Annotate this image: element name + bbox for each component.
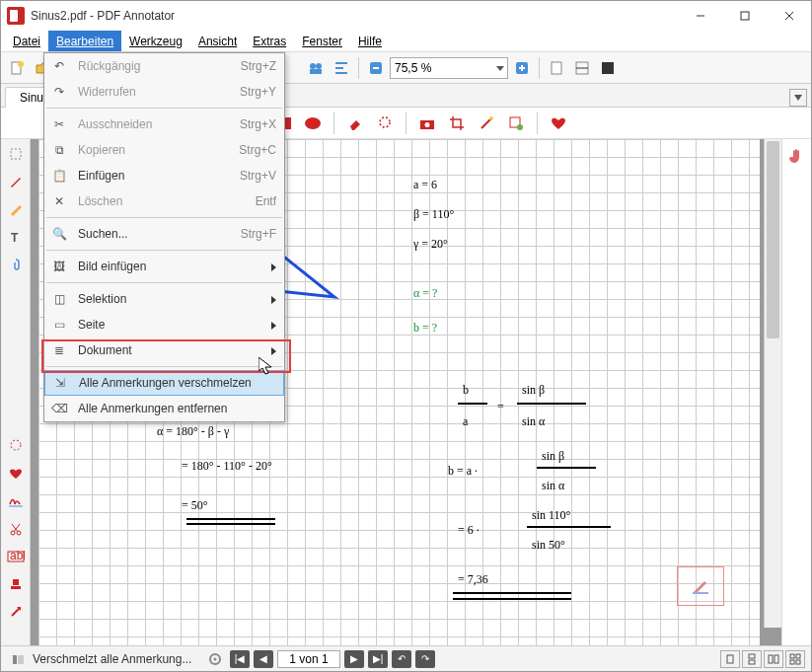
svg-text:a: a: [463, 414, 469, 428]
tab-dropdown-icon[interactable]: [789, 89, 807, 107]
svg-rect-30: [11, 149, 21, 159]
svg-point-5: [18, 61, 24, 67]
svg-rect-77: [749, 654, 755, 658]
menu-werkzeug[interactable]: Werkzeug: [121, 31, 190, 51]
attach-tool-icon[interactable]: [5, 254, 27, 275]
zoom-in-button[interactable]: [510, 56, 534, 80]
svg-rect-80: [775, 655, 778, 663]
svg-rect-84: [796, 660, 800, 664]
menu-bearbeiten[interactable]: Bearbeiten: [48, 31, 121, 51]
zoom-out-button[interactable]: [364, 56, 388, 80]
fullscreen-icon[interactable]: [596, 56, 620, 80]
new-button[interactable]: [5, 56, 29, 80]
svg-text:=: =: [497, 400, 504, 413]
svg-text:abl: abl: [10, 551, 25, 562]
pen-tool-icon[interactable]: [5, 171, 27, 192]
sb-gear-icon[interactable]: [204, 648, 226, 670]
menu-page[interactable]: ▭Seite: [44, 312, 284, 337]
svg-rect-79: [769, 655, 773, 663]
vertical-scrollbar[interactable]: [764, 139, 781, 628]
svg-line-26: [481, 118, 491, 128]
align-icon[interactable]: [330, 56, 353, 80]
view-cont-icon[interactable]: [742, 650, 762, 668]
sb-left-icon[interactable]: [7, 648, 29, 670]
menu-remove-annotations[interactable]: ⌫Alle Anmerkungen entfernen: [44, 396, 284, 421]
eraser-icon[interactable]: [343, 112, 367, 135]
maximize-button[interactable]: [722, 1, 767, 31]
menu-find[interactable]: 🔍Suchen...Strg+F: [44, 221, 284, 247]
svg-text:γ = 20°: γ = 20°: [412, 237, 448, 251]
page-badge[interactable]: [677, 566, 724, 606]
select-tool-icon[interactable]: [5, 143, 27, 165]
stamp-icon[interactable]: [5, 573, 27, 595]
view-grid-icon[interactable]: [785, 650, 805, 668]
nav-fwd-icon[interactable]: ↷: [415, 650, 435, 668]
crop-icon[interactable]: [445, 112, 469, 135]
svg-text:sin β: sin β: [522, 383, 545, 397]
svg-rect-41: [11, 586, 21, 589]
menu-ansicht[interactable]: Ansicht: [190, 31, 245, 51]
arrow-tool-icon[interactable]: [5, 601, 27, 623]
svg-rect-20: [602, 62, 614, 74]
add-tool-icon[interactable]: [504, 112, 528, 135]
zoom-select[interactable]: 75,5 %: [390, 57, 508, 79]
window-title: Sinus2.pdf - PDF Annotator: [31, 9, 678, 23]
document-icon: ≣: [50, 341, 68, 359]
statusbar: Verschmelzt alle Anmerkung... |◀ ◀ 1 von…: [1, 645, 811, 671]
menu-redo[interactable]: ↷WiderrufenStrg+Y: [44, 79, 284, 105]
menu-merge-annotations[interactable]: ⇲Alle Anmerkungen verschmelzen: [44, 370, 284, 396]
view-two-icon[interactable]: [764, 650, 783, 668]
minimize-button[interactable]: [678, 1, 722, 31]
text-tool-icon[interactable]: T: [5, 226, 27, 248]
menu-document[interactable]: ≣Dokument: [44, 337, 284, 363]
redo-icon: ↷: [50, 83, 68, 101]
menu-extras[interactable]: Extras: [245, 31, 294, 51]
nav-back-icon[interactable]: ↶: [392, 650, 411, 668]
heart-icon[interactable]: [5, 463, 27, 485]
svg-rect-81: [790, 654, 794, 658]
page-icon[interactable]: [545, 56, 568, 80]
menu-delete[interactable]: ✕LöschenEntf: [44, 188, 284, 214]
menu-selection[interactable]: ◫Selektion: [44, 286, 284, 312]
titlebar: Sinus2.pdf - PDF Annotator: [1, 1, 811, 31]
group-icon[interactable]: [304, 56, 328, 80]
sig-icon[interactable]: [5, 490, 27, 512]
highlight-tool-icon[interactable]: [5, 198, 27, 220]
nav-first-icon[interactable]: |◀: [230, 650, 250, 668]
menu-hilfe[interactable]: Hilfe: [350, 31, 390, 51]
camera-icon[interactable]: [415, 112, 439, 135]
merge-icon: ⇲: [51, 374, 69, 392]
close-button[interactable]: [767, 1, 811, 31]
abl-icon[interactable]: abl: [5, 546, 27, 567]
cut2-icon[interactable]: [5, 518, 27, 540]
lasso2-icon[interactable]: [5, 435, 27, 457]
menu-fenster[interactable]: Fenster: [294, 31, 350, 51]
edit-menu-dropdown: ↶RückgängigStrg+Z ↷WiderrufenStrg+Y ✂Aus…: [43, 52, 285, 422]
nav-next-icon[interactable]: ▶: [344, 650, 364, 668]
fit-width-icon[interactable]: [570, 56, 594, 80]
svg-text:= 6 ·: = 6 ·: [458, 523, 480, 537]
scroll-thumb[interactable]: [767, 141, 779, 338]
delete-icon: ✕: [50, 192, 68, 210]
lasso-icon[interactable]: [373, 112, 397, 135]
nav-last-icon[interactable]: ▶|: [368, 650, 388, 668]
nav-prev-icon[interactable]: ◀: [254, 650, 273, 668]
menu-insert-image[interactable]: 🖼Bild einfügen: [44, 254, 284, 279]
menu-undo[interactable]: ↶RückgängigStrg+Z: [44, 53, 284, 79]
menu-copy[interactable]: ⧉KopierenStrg+C: [44, 137, 284, 163]
view-single-icon[interactable]: [720, 650, 740, 668]
svg-text:sin α: sin α: [542, 479, 565, 492]
menu-datei[interactable]: Datei: [5, 31, 48, 51]
ellipse-fill-icon[interactable]: [301, 112, 325, 135]
undo-icon: ↶: [50, 57, 68, 75]
search-icon: 🔍: [50, 225, 68, 243]
svg-line-42: [12, 608, 20, 616]
favorite-icon[interactable]: [547, 112, 570, 135]
hand-icon[interactable]: [786, 145, 808, 167]
page-field[interactable]: 1 von 1: [277, 650, 340, 668]
wand-icon[interactable]: [475, 112, 498, 135]
svg-rect-40: [13, 579, 19, 585]
menu-cut[interactable]: ✂AusschneidenStrg+X: [44, 112, 284, 137]
svg-rect-76: [727, 655, 733, 663]
menu-paste[interactable]: 📋EinfügenStrg+V: [44, 163, 284, 188]
